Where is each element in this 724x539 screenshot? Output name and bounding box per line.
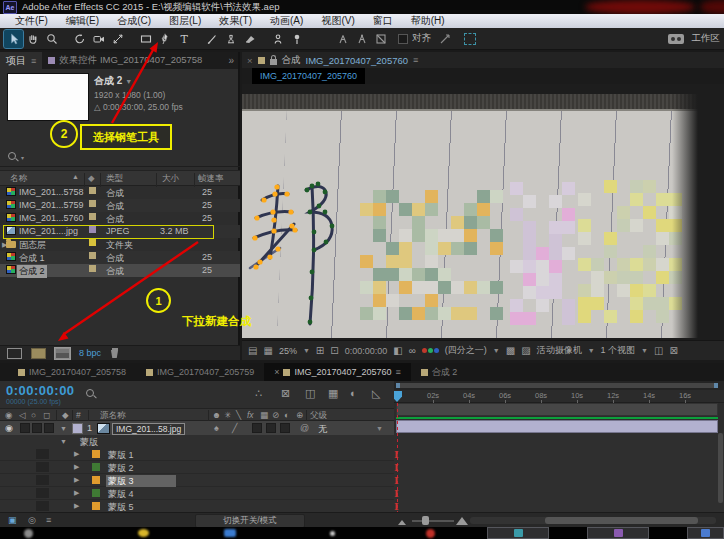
mask-keyframe-icon[interactable]: I bbox=[394, 501, 399, 512]
align-checkbox[interactable] bbox=[398, 34, 408, 44]
pen-tool-icon[interactable] bbox=[155, 30, 174, 48]
quality-switch-icon[interactable]: ╱ bbox=[232, 423, 237, 433]
collapse-switch-icon[interactable]: ♠ bbox=[214, 423, 219, 433]
layer-label-chip[interactable] bbox=[72, 423, 83, 434]
panel-menu-icon[interactable]: ≡ bbox=[396, 367, 401, 377]
menu-item[interactable]: 帮助(H) bbox=[402, 14, 454, 28]
column-type[interactable]: 类型 bbox=[106, 173, 123, 185]
timeline-tab[interactable]: ×IMG_20170407_205760≡ bbox=[264, 363, 411, 381]
layer-visibility-icon[interactable]: ◉ bbox=[5, 423, 13, 433]
taskbar-app-icon[interactable] bbox=[330, 531, 335, 536]
layer-duration-bar[interactable] bbox=[396, 420, 718, 433]
work-area-bar[interactable] bbox=[396, 403, 718, 416]
project-search[interactable]: ▾ bbox=[8, 150, 232, 164]
rotation-tool-icon[interactable] bbox=[70, 30, 89, 48]
mask-keyframe-icon[interactable]: I bbox=[394, 488, 399, 499]
taskbar-start-icon[interactable] bbox=[24, 529, 33, 538]
viewer-comp-tab[interactable]: IMG_20170407_205760 bbox=[252, 68, 365, 84]
panel-menu-icon[interactable]: ≡ bbox=[31, 56, 36, 66]
resolution-value[interactable]: (四分之一) bbox=[445, 344, 487, 357]
horizontal-scrollbar[interactable] bbox=[470, 517, 716, 524]
timeline-zoom-handle[interactable] bbox=[422, 516, 429, 525]
parent-pickwhip-icon[interactable]: @ bbox=[300, 423, 309, 433]
vertical-scrollbar[interactable] bbox=[718, 433, 723, 503]
project-item-row[interactable]: IMG_201...5759合成25 bbox=[0, 199, 240, 212]
selection-tool-icon[interactable] bbox=[4, 30, 23, 48]
composition-mini-flowchart-icon[interactable]: ∴ bbox=[255, 387, 262, 400]
clone-stamp-tool-icon[interactable] bbox=[221, 30, 240, 48]
mask-color-chip[interactable] bbox=[92, 450, 100, 458]
choose-grid-icon[interactable]: ⊞ bbox=[316, 345, 324, 356]
chevron-down-icon[interactable]: ▼ bbox=[303, 347, 310, 354]
region-of-interest-icon[interactable]: ▩ bbox=[506, 345, 515, 356]
snapshot-icon[interactable] bbox=[668, 34, 684, 44]
comp-name[interactable]: 合成 2 ▼ bbox=[94, 74, 234, 88]
primary-viewer-icon[interactable]: ▦ bbox=[263, 345, 272, 356]
magnification-value[interactable]: 25% bbox=[279, 346, 297, 356]
chevron-down-icon[interactable]: ▼ bbox=[493, 347, 500, 354]
timeline-tab[interactable]: 合成 2 bbox=[411, 363, 468, 381]
close-icon[interactable]: × bbox=[274, 367, 279, 377]
twirl-down-icon[interactable]: ▼ bbox=[60, 438, 67, 445]
column-size[interactable]: 大小 bbox=[162, 173, 179, 185]
label-chip[interactable] bbox=[89, 187, 96, 194]
viewer-comp-name[interactable]: IMG_20170407_205760 bbox=[306, 55, 408, 66]
mask-keyframe-icon[interactable]: I bbox=[394, 449, 399, 460]
timeline-zoom-slider[interactable] bbox=[412, 520, 454, 522]
project-bit-depth[interactable]: 8 bpc bbox=[79, 348, 101, 358]
item-name[interactable]: IMG_201...5760 bbox=[19, 213, 84, 223]
tab-overflow-icon[interactable]: » bbox=[228, 55, 234, 66]
mask-row[interactable]: ▶蒙版 3 bbox=[0, 474, 394, 487]
taskbar-open-app[interactable] bbox=[587, 527, 649, 539]
project-item-row[interactable]: IMG_201...5760合成25 bbox=[0, 212, 240, 225]
show-snapshot-icon[interactable]: ∞ bbox=[409, 345, 416, 356]
taskbar-open-app[interactable] bbox=[687, 527, 724, 539]
taskbar-app-icon[interactable] bbox=[426, 529, 435, 538]
twirl-right-icon[interactable]: ▶ bbox=[74, 489, 79, 497]
project-item-row[interactable]: IMG_201....jpgJPEG3.2 MB bbox=[0, 225, 240, 238]
column-fps[interactable]: 帧速率 bbox=[198, 173, 224, 185]
menu-item[interactable]: 合成(C) bbox=[108, 14, 160, 28]
zoom-out-mountain-icon[interactable] bbox=[398, 520, 406, 525]
mask-visibility-icon[interactable]: ⊡ bbox=[330, 345, 338, 356]
menu-item[interactable]: 编辑(E) bbox=[57, 14, 108, 28]
project-item-row[interactable]: 合成 1合成25 bbox=[0, 251, 240, 264]
layer-source-name[interactable]: IMG_201...58.jpg bbox=[112, 423, 185, 435]
timeline-tab[interactable]: IMG_20170407_205758 bbox=[8, 363, 136, 381]
current-timecode[interactable]: 0:00:00:00 bbox=[6, 383, 75, 398]
panel-menu-icon[interactable]: ≡ bbox=[413, 55, 418, 65]
mask-row[interactable]: ▶蒙版 4 bbox=[0, 487, 394, 500]
hide-shy-layers-icon[interactable]: ◫ bbox=[305, 387, 315, 400]
label-column-icon[interactable]: ◆ bbox=[88, 173, 95, 183]
frame-blending-icon[interactable]: ▦ bbox=[328, 387, 338, 400]
taskbar-app-icon[interactable] bbox=[138, 529, 149, 537]
project-item-row[interactable]: 合成 2合成25 bbox=[0, 264, 240, 277]
draft-3d-icon[interactable]: ⊠ bbox=[281, 387, 290, 400]
twirl-right-icon[interactable]: ▶ bbox=[74, 463, 79, 471]
expand-modes-icon[interactable]: ≡ bbox=[46, 515, 51, 525]
expand-inout-icon[interactable]: ◎ bbox=[28, 515, 36, 525]
chevron-down-icon[interactable]: ▼ bbox=[588, 347, 595, 354]
fast-preview-icon[interactable]: ⊠ bbox=[669, 345, 677, 356]
layer-row[interactable]: ◉ ▼ 1 IMG_201...58.jpg ♠ ╱ @ 无 ▼ bbox=[0, 421, 394, 435]
brush-tool-icon[interactable] bbox=[202, 30, 221, 48]
puppet-pin-tool-icon[interactable] bbox=[287, 30, 306, 48]
twirl-right-icon[interactable]: ▶ bbox=[74, 476, 79, 484]
mask-color-chip[interactable] bbox=[92, 489, 100, 497]
roto-brush-tool-icon[interactable] bbox=[268, 30, 287, 48]
view-layout-value[interactable]: 1 个视图 bbox=[601, 344, 636, 357]
trash-icon[interactable] bbox=[110, 348, 119, 358]
close-icon[interactable]: × bbox=[247, 55, 253, 66]
mask-color-chip[interactable] bbox=[92, 476, 100, 484]
twirl-right-icon[interactable]: ▶ bbox=[74, 450, 79, 458]
chevron-down-icon[interactable]: ▼ bbox=[376, 425, 383, 432]
label-chip[interactable] bbox=[89, 265, 96, 272]
camera-tool-icon[interactable] bbox=[89, 30, 108, 48]
taskbar-app-icon[interactable] bbox=[224, 529, 236, 537]
workspace-label[interactable]: 工作区 bbox=[692, 32, 721, 45]
motion-blur-icon[interactable]: ◐ bbox=[350, 387, 357, 399]
shared-view-icon[interactable] bbox=[435, 30, 454, 48]
item-name[interactable]: IMG_201....jpg bbox=[19, 226, 78, 236]
interpret-footage-icon[interactable] bbox=[7, 348, 22, 359]
item-name[interactable]: IMG_201...5759 bbox=[19, 200, 84, 210]
